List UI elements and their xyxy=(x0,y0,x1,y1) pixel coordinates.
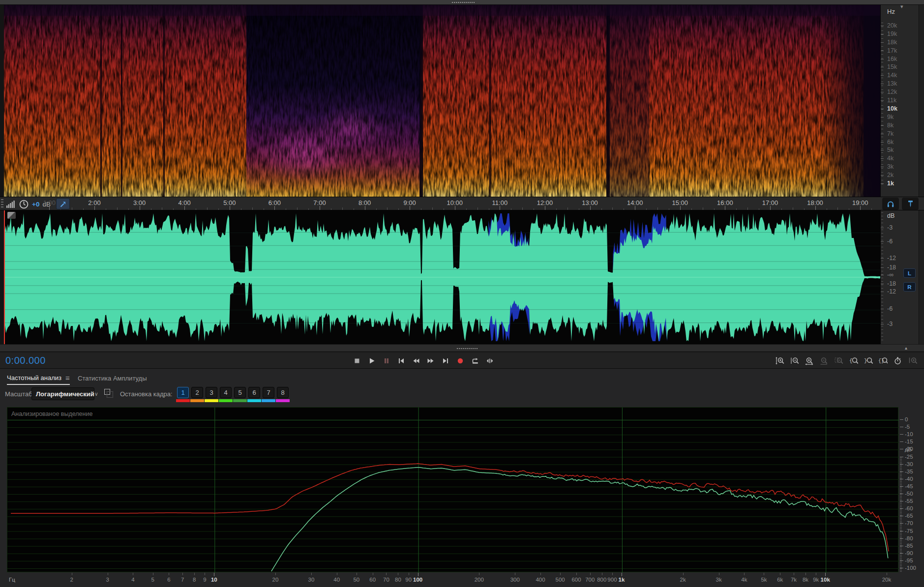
spectrogram-panel[interactable] xyxy=(4,5,880,197)
transport-button-fast-forward[interactable] xyxy=(424,354,438,367)
frame-hold-button-7[interactable]: 7 xyxy=(263,387,274,398)
transport-button-skip-selection[interactable] xyxy=(483,354,497,367)
time-label: 13:00 xyxy=(582,199,598,206)
monitor-headphones-button[interactable] xyxy=(882,198,899,210)
db-tick-label: -18 xyxy=(887,264,896,271)
zoom-button-zoom-in-vertical[interactable] xyxy=(773,354,787,367)
db-axis-tick-label: -75 xyxy=(905,528,913,534)
frame-hold-button-8[interactable]: 8 xyxy=(277,387,289,398)
zoom-button-zoom-to-selection[interactable] xyxy=(832,354,846,367)
time-tick-minor xyxy=(522,207,523,210)
frame-hold-button-2[interactable]: 2 xyxy=(191,387,203,398)
time-label: 15:00 xyxy=(672,199,688,206)
frame-hold-button-4[interactable]: 4 xyxy=(220,387,232,398)
time-tick xyxy=(770,206,771,210)
freq-axis-tick xyxy=(373,573,373,575)
zoom-button-zoom-reset[interactable] xyxy=(906,354,920,367)
hz-tick-label: 8k xyxy=(887,122,894,129)
panel-header-strip xyxy=(0,0,924,5)
db-axis-tick xyxy=(900,419,903,420)
transport-button-skip-to-end[interactable] xyxy=(439,354,452,367)
zoom-button-zoom-to-out-point[interactable]: } xyxy=(862,354,875,367)
time-tick-minor xyxy=(444,208,444,210)
waveform-panel[interactable] xyxy=(4,210,880,344)
hz-tick xyxy=(881,59,884,59)
transport-button-skip-to-start[interactable] xyxy=(394,354,408,367)
scale-scrollbar[interactable] xyxy=(919,5,924,197)
freq-axis-tick-label: 700 xyxy=(585,577,595,583)
amplitude-scale-ruler[interactable]: dB -3-6-12-18-∞-18-12-6-3 LR xyxy=(880,210,924,344)
freq-axis-tick-label: 4k xyxy=(741,577,747,583)
db-axis-tick-label: -60 xyxy=(905,505,913,511)
zoom-button-zoom-in-horizontal[interactable] xyxy=(803,354,816,367)
frame-hold-button-3[interactable]: 3 xyxy=(206,387,217,398)
svg-text:}: } xyxy=(864,358,867,364)
db-axis-tick-label: -50 xyxy=(905,491,913,497)
frame-hold-button-5[interactable]: 5 xyxy=(234,387,246,398)
copy-graph-button[interactable] xyxy=(104,389,113,397)
time-label: 3:00 xyxy=(133,199,146,206)
time-tick xyxy=(410,206,410,210)
time-tick-minor xyxy=(106,208,106,210)
zoom-button-zoom-selection-brackets[interactable]: {} xyxy=(876,354,890,367)
channel-button-r[interactable]: R xyxy=(903,282,916,292)
frequency-scale-ruler[interactable]: ▾ Hz 20k19k18k17k16k15k14k13k12k11k10k9k… xyxy=(880,5,924,197)
tab-menu-icon[interactable]: ≡ xyxy=(65,374,70,382)
time-label: 19:00 xyxy=(852,199,868,206)
transport-button-record[interactable] xyxy=(453,354,467,367)
scroll-up-arrow-icon[interactable]: ▴ xyxy=(905,345,907,351)
zoom-button-zoom-out-vertical[interactable] xyxy=(788,354,802,367)
panel-drag-handle[interactable] xyxy=(451,1,475,3)
timeline-ruler[interactable]: +0 dB 1:002:003:004:005:006:007:008:009:… xyxy=(0,197,924,210)
time-tick-minor xyxy=(612,207,613,210)
db-axis-tick xyxy=(900,523,903,524)
scale-dropdown[interactable]: Логарифмический ∨ xyxy=(31,387,94,400)
time-tick xyxy=(860,206,861,210)
time-tick-minor xyxy=(297,207,298,210)
transport-button-loop-playback[interactable] xyxy=(468,354,482,367)
horizontal-scrollbar-strip[interactable]: ▴ xyxy=(0,344,924,352)
ruler-grip-dots[interactable] xyxy=(1,199,3,209)
scale-scrollbar[interactable] xyxy=(919,210,924,344)
transport-button-stop[interactable] xyxy=(350,354,364,367)
pin-panel-button[interactable] xyxy=(902,198,919,210)
tab-amplitude-statistics[interactable]: Статистика Амплитуды xyxy=(78,371,147,385)
frame-hold-button-1[interactable]: 1 xyxy=(177,387,189,398)
freq-axis-tick xyxy=(72,573,72,575)
frame-hold-button-6[interactable]: 6 xyxy=(248,387,260,398)
time-tick-minor xyxy=(793,207,793,210)
db-axis-tick-label: -20 xyxy=(905,446,913,452)
clock-icon[interactable] xyxy=(19,199,29,209)
time-label: 8:00 xyxy=(358,199,371,206)
zoom-button-timer[interactable] xyxy=(891,354,905,367)
freq-axis-tick-label: 5 xyxy=(151,577,154,583)
pin-playhead-button[interactable] xyxy=(56,198,70,209)
transport-button-rewind[interactable] xyxy=(409,354,423,367)
level-meter-icon[interactable] xyxy=(6,200,16,208)
freq-axis-tick xyxy=(169,573,169,575)
freq-axis-tick xyxy=(764,573,764,575)
time-display[interactable]: 0:00.000 xyxy=(5,355,46,366)
caret-down-icon[interactable]: ▾ xyxy=(900,3,903,10)
zoom-button-zoom-to-in-point[interactable]: { xyxy=(847,354,861,367)
db-tickmark xyxy=(881,275,884,275)
freq-axis-tick-label: 10 xyxy=(211,577,217,583)
transport-button-pause[interactable] xyxy=(380,354,393,367)
selection-corner-handle[interactable] xyxy=(7,212,16,219)
transport-button-play[interactable] xyxy=(365,354,379,367)
db-axis-tick xyxy=(900,434,903,435)
stop-icon xyxy=(353,357,361,365)
hz-tick xyxy=(881,158,884,159)
gain-value[interactable]: +0 xyxy=(32,201,39,208)
freq-axis-tick xyxy=(386,573,387,575)
freq-axis-tick-label: 80 xyxy=(395,577,401,583)
zoom-button-zoom-out-horizontal[interactable] xyxy=(817,354,831,367)
freq-axis-tick xyxy=(153,573,153,575)
hz-tick-label: 10k xyxy=(887,105,897,112)
channel-button-l[interactable]: L xyxy=(903,268,916,278)
playhead[interactable] xyxy=(4,210,5,344)
hz-tick xyxy=(881,84,884,84)
hz-tick-label: 2k xyxy=(887,172,894,178)
tab-frequency-analysis[interactable]: Частотный анализ ≡ xyxy=(7,371,70,385)
scroll-drag-handle[interactable] xyxy=(456,348,478,350)
